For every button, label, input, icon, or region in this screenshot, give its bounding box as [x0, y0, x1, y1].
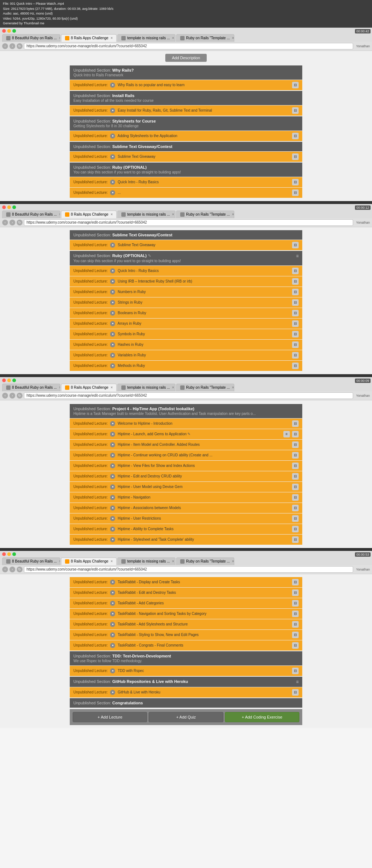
la-meth[interactable]: ⊟: [292, 363, 299, 369]
reload-button-1[interactable]: ↻: [17, 43, 23, 49]
lecture-action-ruby[interactable]: ⊟: [292, 179, 299, 185]
section-edit-icon[interactable]: ✎: [148, 253, 151, 258]
edit-pencil-icon[interactable]: ✎: [187, 432, 190, 436]
address-field-1[interactable]: https://www.udemy.com/course-manage/edit…: [24, 43, 353, 49]
tab-close-3c[interactable]: ×: [172, 385, 174, 389]
tab-close-3d[interactable]: ×: [232, 385, 234, 389]
la-hiptime-model[interactable]: ⊟: [292, 441, 299, 448]
back-button-1[interactable]: ‹: [2, 43, 8, 49]
la-var[interactable]: ⊟: [292, 352, 299, 359]
la-irb[interactable]: ⊟: [292, 278, 299, 285]
la-num[interactable]: ⊟: [292, 289, 299, 295]
tab-close-4b[interactable]: ×: [110, 559, 113, 563]
tab-rails-apps-3[interactable]: 8 Rails Apps Challenge ×: [61, 384, 117, 391]
tab-ruby-template-3[interactable]: Ruby on Rails "Template ... ×: [176, 384, 234, 391]
la-bool[interactable]: ⊟: [292, 310, 299, 316]
close-button-4[interactable]: [2, 552, 6, 556]
tab-template-4[interactable]: template is missing rails ... ×: [117, 557, 175, 565]
forward-button-1[interactable]: ›: [9, 43, 15, 49]
la-hiptime-views[interactable]: ⊟: [292, 463, 299, 469]
tab-rails-apps-4[interactable]: 8 Rails Apps Challenge ×: [61, 557, 117, 565]
tab-close-4a[interactable]: ×: [59, 559, 60, 563]
la-tr-styles[interactable]: ⊟: [292, 621, 299, 628]
tab-ruby-template-2[interactable]: Ruby on Rails "Template ... ×: [176, 211, 234, 218]
tab-close-2[interactable]: ×: [110, 36, 113, 40]
minimize-button-4[interactable]: [7, 552, 11, 556]
tab-ruby-on-rails-template-1[interactable]: Ruby on Rails "Template ... ×: [176, 34, 234, 42]
back-button-4[interactable]: ‹: [2, 567, 8, 572]
forward-button-4[interactable]: ›: [9, 567, 15, 572]
tab-ruby-on-rails-3[interactable]: 8 Beautiful Ruby on Rails ... ×: [2, 384, 60, 391]
tab-close-3[interactable]: ×: [172, 36, 174, 40]
reload-button-3[interactable]: ↻: [17, 393, 23, 399]
section-menu-icon[interactable]: ≡: [296, 253, 299, 259]
la-hiptime-assoc[interactable]: ⊟: [292, 505, 299, 511]
close-button-1[interactable]: [2, 29, 6, 33]
maximize-button-4[interactable]: [12, 552, 16, 556]
tab-close-2a[interactable]: ×: [59, 212, 60, 216]
tab-close-1[interactable]: ×: [59, 36, 60, 40]
forward-button-2[interactable]: ›: [9, 220, 15, 225]
tab-template-missing-1[interactable]: template is missing rails ... ×: [117, 34, 175, 42]
add-lecture-button[interactable]: + Add Lecture: [73, 712, 147, 722]
maximize-button-2[interactable]: [12, 205, 16, 209]
tab-template-3[interactable]: template is missing rails ... ×: [117, 384, 175, 391]
tab-close-2d[interactable]: ×: [232, 212, 234, 216]
la-str[interactable]: ⊟: [292, 299, 299, 306]
la-tr-edit[interactable]: ⊟: [292, 589, 299, 596]
tab-ruby-on-rails-2[interactable]: 8 Beautiful Ruby on Rails ... ×: [2, 211, 60, 218]
add-coding-exercise-button[interactable]: + Add Coding Exercise: [225, 712, 299, 722]
tab-close-3b[interactable]: ×: [110, 385, 113, 389]
tab-ruby-on-rails-4[interactable]: 8 Beautiful Ruby on Rails ... ×: [2, 557, 60, 565]
la-hash[interactable]: ⊟: [292, 341, 299, 348]
la-tr-display[interactable]: ⊟: [292, 579, 299, 585]
tab-close-4[interactable]: ×: [232, 36, 234, 40]
address-field-4[interactable]: https://www.udemy.com/course-manage/edit…: [24, 566, 353, 573]
la-hiptime-nav[interactable]: ⊟: [292, 494, 299, 501]
la-hiptime-restrict[interactable]: ⊟: [292, 515, 299, 522]
lecture-action-install[interactable]: ⊟: [292, 107, 299, 114]
tab-close-2c[interactable]: ×: [172, 212, 174, 216]
la-qi[interactable]: ⊟: [292, 268, 299, 274]
la-hiptime-launch-reorder[interactable]: ≡: [283, 431, 290, 437]
address-field-3[interactable]: https://www.udemy.com/course-manage/edit…: [24, 392, 353, 399]
tab-ruby-on-rails-1[interactable]: 8 Beautiful Ruby on Rails ... ×: [2, 34, 60, 42]
la-hiptime-complete[interactable]: ⊟: [292, 526, 299, 532]
lecture-action-icon[interactable]: ⊟: [292, 82, 299, 88]
tab-close-3a[interactable]: ×: [59, 385, 60, 389]
tab-template-missing-2[interactable]: template is missing rails ... ×: [117, 211, 175, 218]
minimize-button-1[interactable]: [7, 29, 11, 33]
reload-button-2[interactable]: ↻: [17, 220, 23, 225]
la-arr[interactable]: ⊟: [292, 320, 299, 327]
la-hiptime-edit[interactable]: ⊟: [292, 473, 299, 480]
add-description-button[interactable]: Add Description: [165, 54, 207, 62]
la-tr-cats[interactable]: ⊟: [292, 600, 299, 607]
tab-close-4c[interactable]: ×: [172, 559, 174, 563]
la-tdd-rspec[interactable]: ⊟: [292, 668, 299, 674]
add-quiz-button[interactable]: + Add Quiz: [149, 712, 223, 722]
la-tr-nav[interactable]: ⊟: [292, 611, 299, 617]
close-button-2[interactable]: [2, 205, 6, 209]
la-github-heroku[interactable]: ⊟: [292, 689, 299, 696]
la-hiptime-intro[interactable]: ⊟: [292, 420, 299, 427]
la-tr-congrats[interactable]: ⊟: [292, 642, 299, 649]
la-hiptime-launch-collapse[interactable]: ⊟: [292, 431, 299, 437]
close-button-3[interactable]: [2, 379, 6, 382]
lecture-action-s2[interactable]: ⊟: [292, 242, 299, 248]
la-sym[interactable]: ⊟: [292, 331, 299, 337]
maximize-button-1[interactable]: [12, 29, 16, 33]
tab-ruby-template-4[interactable]: Ruby on Rails "Template ... ×: [176, 557, 234, 565]
tab-close-4d[interactable]: ×: [232, 559, 234, 563]
reload-button-4[interactable]: ↻: [17, 567, 23, 572]
maximize-button-3[interactable]: [12, 379, 16, 382]
forward-button-3[interactable]: ›: [9, 393, 15, 399]
tab-rails-apps-challenge-2[interactable]: 8 Rails Apps Challenge ×: [61, 211, 117, 218]
la-hiptime-devise[interactable]: ⊟: [292, 484, 299, 490]
tab-close-2b[interactable]: ×: [110, 212, 113, 216]
back-button-3[interactable]: ‹: [2, 393, 8, 399]
lecture-action-stylesheets[interactable]: ⊟: [292, 133, 299, 139]
back-button-2[interactable]: ‹: [2, 220, 8, 225]
section-menu-github[interactable]: ≡: [296, 679, 299, 684]
minimize-button-2[interactable]: [7, 205, 11, 209]
lecture-action-sublime[interactable]: ⊟: [292, 153, 299, 160]
